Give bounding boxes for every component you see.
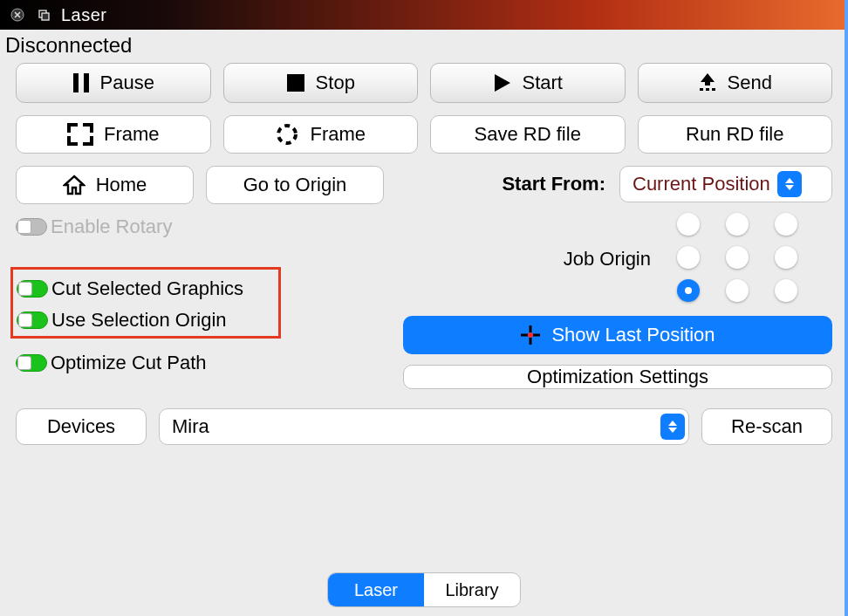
- right-column: Start From: Current Position Job Origin: [403, 166, 832, 389]
- window-right-edge: [845, 0, 848, 616]
- svg-rect-7: [706, 88, 709, 91]
- close-window-button[interactable]: [9, 6, 26, 24]
- save-rd-label: Save RD file: [475, 123, 581, 146]
- svg-rect-5: [287, 74, 304, 92]
- tab-laser[interactable]: Laser: [328, 573, 424, 606]
- close-icon: [10, 8, 24, 22]
- job-origin-radio-5[interactable]: [775, 246, 797, 269]
- start-from-select[interactable]: Current Position: [619, 166, 832, 202]
- show-last-position-label: Show Last Position: [551, 324, 715, 346]
- pause-button[interactable]: Pause: [16, 63, 211, 103]
- tab-library[interactable]: Library: [424, 573, 520, 606]
- frame-circle-icon: [275, 122, 299, 147]
- stop-icon: [286, 73, 305, 92]
- svg-rect-6: [700, 88, 703, 91]
- svg-rect-8: [712, 88, 715, 91]
- optimization-settings-button[interactable]: Optimization Settings: [403, 365, 832, 389]
- cut-selected-row: Cut Selected Graphics: [17, 277, 273, 301]
- use-selection-origin-toggle[interactable]: [17, 311, 48, 329]
- main-action-row: Pause Stop Start Send: [16, 63, 832, 103]
- home-icon: [63, 175, 85, 195]
- enable-rotary-toggle[interactable]: [16, 218, 47, 236]
- start-from-row: Start From: Current Position: [403, 166, 832, 202]
- window-title: Laser: [61, 5, 107, 25]
- detach-window-button[interactable]: [35, 6, 52, 24]
- save-rd-button[interactable]: Save RD file: [430, 115, 626, 154]
- cut-selected-label: Cut Selected Graphics: [51, 277, 243, 300]
- bottom-tabs: Laser Library: [327, 572, 521, 607]
- job-origin-radio-7[interactable]: [726, 279, 749, 302]
- devices-button-label: Devices: [47, 415, 115, 438]
- job-origin-radio-6[interactable]: [677, 279, 700, 302]
- enable-rotary-label: Enable Rotary: [51, 216, 172, 238]
- frame-rect-button[interactable]: Frame: [16, 115, 211, 154]
- svg-point-14: [528, 332, 533, 338]
- mid-section: Home Go to Origin Enable Rotary Cut Sele…: [16, 166, 832, 389]
- detach-icon: [37, 8, 51, 22]
- rescan-label: Re-scan: [731, 415, 803, 438]
- devices-button[interactable]: Devices: [16, 408, 147, 445]
- go-to-origin-label: Go to Origin: [243, 174, 347, 196]
- svg-point-9: [278, 126, 296, 143]
- job-origin-label: Job Origin: [564, 248, 651, 270]
- run-rd-button[interactable]: Run RD file: [638, 115, 833, 154]
- optimize-cut-path-label: Optimize Cut Path: [51, 352, 207, 374]
- devices-row: Devices Mira Re-scan: [16, 408, 832, 445]
- select-stepper-icon: [777, 171, 802, 197]
- stop-label: Stop: [316, 72, 355, 94]
- start-label: Start: [523, 72, 563, 94]
- use-selection-origin-row: Use Selection Origin: [17, 308, 273, 332]
- go-to-origin-button[interactable]: Go to Origin: [206, 166, 384, 204]
- stop-button[interactable]: Stop: [223, 63, 419, 103]
- titlebar: Laser: [0, 0, 848, 30]
- start-from-label: Start From:: [502, 173, 605, 195]
- show-last-position-button[interactable]: Show Last Position: [403, 316, 832, 354]
- svg-rect-3: [73, 73, 79, 92]
- crosshair-icon: [520, 325, 541, 346]
- send-icon: [698, 72, 717, 94]
- enable-rotary-row: Enable Rotary: [16, 215, 391, 239]
- send-label: Send: [728, 72, 772, 94]
- rescan-button[interactable]: Re-scan: [701, 408, 832, 445]
- tab-library-label: Library: [445, 580, 498, 600]
- home-label: Home: [96, 174, 147, 196]
- tab-laser-label: Laser: [354, 580, 398, 600]
- job-origin-radio-0[interactable]: [677, 213, 700, 236]
- optimization-settings-label: Optimization Settings: [527, 366, 708, 388]
- frame-circle-label: Frame: [310, 123, 366, 146]
- job-origin-row: Job Origin: [403, 213, 832, 305]
- frame-rect-icon: [67, 123, 93, 146]
- start-button[interactable]: Start: [430, 63, 626, 103]
- send-button[interactable]: Send: [638, 63, 833, 103]
- svg-rect-4: [84, 73, 89, 92]
- job-origin-radio-3[interactable]: [677, 246, 700, 269]
- laser-panel-window: Laser Disconnected Pause Stop: [0, 0, 848, 616]
- left-column: Home Go to Origin Enable Rotary Cut Sele…: [16, 166, 391, 375]
- job-origin-radio-1[interactable]: [726, 213, 749, 236]
- frame-row: Frame Frame Save RD file Run RD file: [16, 115, 832, 154]
- selection-options-highlight: Cut Selected Graphics Use Selection Orig…: [10, 267, 281, 339]
- job-origin-radio-2[interactable]: [775, 213, 797, 236]
- run-rd-label: Run RD file: [686, 123, 783, 146]
- device-select[interactable]: Mira: [159, 408, 689, 445]
- job-origin-grid: [677, 213, 801, 305]
- svg-rect-2: [42, 13, 49, 20]
- frame-circle-button[interactable]: Frame: [223, 115, 419, 154]
- home-button[interactable]: Home: [16, 166, 194, 204]
- select-stepper-icon: [660, 414, 685, 440]
- pause-icon: [72, 72, 90, 93]
- optimize-cut-path-row: Optimize Cut Path: [16, 351, 391, 375]
- pause-label: Pause: [100, 72, 154, 94]
- cut-selected-toggle[interactable]: [17, 280, 48, 298]
- start-from-value: Current Position: [633, 173, 770, 195]
- use-selection-origin-label: Use Selection Origin: [51, 309, 227, 332]
- connection-status: Disconnected: [0, 30, 848, 59]
- play-icon: [493, 72, 512, 93]
- job-origin-radio-8[interactable]: [775, 279, 797, 302]
- optimize-cut-path-toggle[interactable]: [16, 354, 47, 372]
- frame-rect-label: Frame: [104, 123, 160, 146]
- device-select-value: Mira: [172, 415, 209, 438]
- job-origin-radio-4[interactable]: [726, 246, 749, 269]
